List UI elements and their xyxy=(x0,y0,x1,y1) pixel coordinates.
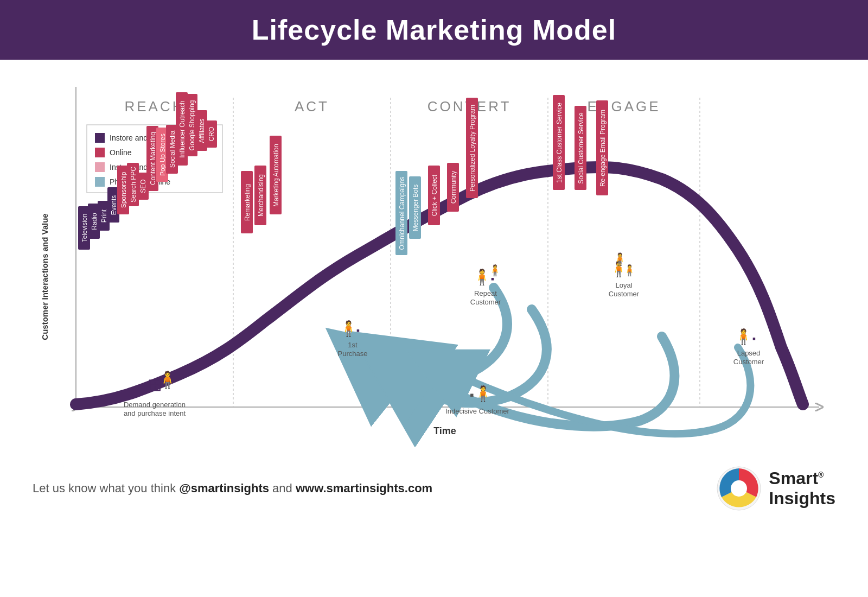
svg-text:Lapsed: Lapsed xyxy=(737,349,761,357)
svg-text:Search PPC: Search PPC xyxy=(130,167,137,202)
page-title: Lifecycle Marketing Model xyxy=(252,14,616,46)
svg-text:SEO: SEO xyxy=(139,179,147,193)
logo-smart: Smart® xyxy=(769,468,835,488)
svg-point-97 xyxy=(731,480,747,497)
lifecycle-chart: Customer Interactions and Value REACH AC… xyxy=(33,71,835,461)
svg-text:Print: Print xyxy=(100,209,108,223)
svg-text:Events: Events xyxy=(110,195,118,215)
svg-text:Marketing Automation: Marketing Automation xyxy=(272,144,280,207)
svg-text:Google Shopping: Google Shopping xyxy=(188,100,196,151)
svg-text:🧍: 🧍 xyxy=(157,370,178,390)
svg-text:Merchandising: Merchandising xyxy=(257,174,265,217)
svg-text:🧍: 🧍 xyxy=(612,252,628,266)
logo-icon xyxy=(716,466,762,512)
svg-text:Community: Community xyxy=(450,171,457,204)
svg-text:Omnichannel Campaigns: Omnichannel Campaigns xyxy=(398,177,406,250)
svg-text:ACT: ACT xyxy=(295,98,329,115)
svg-text:Click + Collect: Click + Collect xyxy=(431,174,438,216)
svg-text:CRO: CRO xyxy=(208,127,215,142)
svg-text:1st: 1st xyxy=(348,341,358,349)
svg-text:Affiliates: Affiliates xyxy=(198,118,206,143)
brand-logo: Smart® Insights xyxy=(716,466,835,512)
svg-text:Remarketing: Remarketing xyxy=(244,184,251,221)
svg-text:Sponsorship: Sponsorship xyxy=(120,172,127,208)
svg-text:Content Marketing: Content Marketing xyxy=(149,132,157,185)
svg-rect-16 xyxy=(95,162,105,172)
svg-text:🧍: 🧍 xyxy=(339,320,358,338)
website-url: www.smartinsights.com xyxy=(296,481,432,495)
svg-text:Customer: Customer xyxy=(470,298,501,306)
svg-rect-18 xyxy=(95,177,105,187)
svg-text:▪: ▪ xyxy=(356,325,360,336)
svg-text:Demand generation: Demand generation xyxy=(124,401,186,409)
svg-text:Customer Interactions and Valu: Customer Interactions and Value xyxy=(40,213,49,340)
svg-text:Customer: Customer xyxy=(733,358,764,366)
footer-text: Let us know what you think @smartinsight… xyxy=(33,481,432,496)
footer: Let us know what you think @smartinsight… xyxy=(33,461,835,510)
svg-text:Influencer Outreach: Influencer Outreach xyxy=(178,100,186,157)
svg-text:🧍: 🧍 xyxy=(474,385,493,403)
logo-text: Smart® Insights xyxy=(769,468,835,509)
svg-text:Repeat: Repeat xyxy=(474,289,497,297)
svg-rect-14 xyxy=(95,148,105,157)
svg-text:Social Customer Service: Social Customer Service xyxy=(577,112,585,184)
chart-area: Customer Interactions and Value REACH AC… xyxy=(33,71,835,461)
svg-text:Radio: Radio xyxy=(91,213,98,230)
svg-text:Indecisive Customer: Indecisive Customer xyxy=(445,407,509,415)
svg-text:Pop Up Stores: Pop Up Stores xyxy=(159,134,167,176)
svg-text:Customer: Customer xyxy=(609,290,640,298)
svg-text:REACH: REACH xyxy=(124,98,184,115)
svg-text:Re-engage Email Program: Re-engage Email Program xyxy=(599,110,607,187)
svg-text:Messenger Bots: Messenger Bots xyxy=(412,185,419,232)
svg-text:Loyal: Loyal xyxy=(615,281,632,289)
header: Lifecycle Marketing Model xyxy=(0,0,868,60)
svg-text:Purchase: Purchase xyxy=(338,350,368,358)
svg-text:Online: Online xyxy=(110,148,132,157)
svg-text:🧍: 🧍 xyxy=(488,264,502,277)
svg-text:🧍: 🧍 xyxy=(734,328,753,346)
svg-text:▪: ▪ xyxy=(752,333,756,344)
svg-text:Personalized Loyalty Program: Personalized Loyalty Program xyxy=(469,105,476,192)
svg-text:Social Media: Social Media xyxy=(169,130,176,168)
svg-rect-12 xyxy=(95,133,105,143)
svg-text:Time: Time xyxy=(433,425,456,436)
logo-insights: Insights xyxy=(769,488,835,509)
svg-text:1st Class Customer Service: 1st Class Customer Service xyxy=(556,103,563,183)
svg-text:Television: Television xyxy=(81,214,88,243)
twitter-handle: @smartinsights xyxy=(179,481,269,495)
svg-text:and purchase intent: and purchase intent xyxy=(124,409,186,417)
